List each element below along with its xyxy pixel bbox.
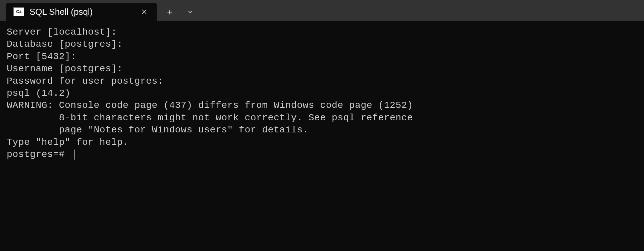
terminal-line: 8-bit characters might not work correctl… <box>7 112 637 124</box>
terminal-line: Database [postgres]: <box>7 38 637 50</box>
chevron-down-icon <box>187 9 193 14</box>
divider <box>180 7 180 16</box>
cursor <box>74 150 75 160</box>
terminal-line: psql (14.2) <box>7 87 637 99</box>
close-tab-button[interactable] <box>139 6 150 17</box>
terminal-line: Password for user postgres: <box>7 75 637 87</box>
tab-dropdown-button[interactable] <box>183 4 198 19</box>
cmd-icon: C:\. <box>13 7 24 16</box>
titlebar: C:\. SQL Shell (psql) + <box>0 0 644 21</box>
tab-title: SQL Shell (psql) <box>30 7 133 17</box>
plus-icon: + <box>167 7 172 17</box>
titlebar-actions: + <box>157 3 203 21</box>
terminal-tab[interactable]: C:\. SQL Shell (psql) <box>6 3 157 21</box>
terminal-output[interactable]: Server [localhost]:Database [postgres]:P… <box>0 21 644 166</box>
close-icon <box>142 9 147 14</box>
prompt-line: postgres=# <box>7 149 637 161</box>
terminal-line: WARNING: Console code page (437) differs… <box>7 99 637 112</box>
terminal-line: page "Notes for Windows users" for detai… <box>7 124 637 136</box>
terminal-line: Port [5432]: <box>7 51 637 63</box>
new-tab-button[interactable]: + <box>162 4 177 19</box>
terminal-line: Server [localhost]: <box>7 26 637 38</box>
terminal-line: Type "help" for help. <box>7 136 637 149</box>
psql-prompt: postgres=# <box>7 149 70 161</box>
terminal-line: Username [postgres]: <box>7 63 637 75</box>
